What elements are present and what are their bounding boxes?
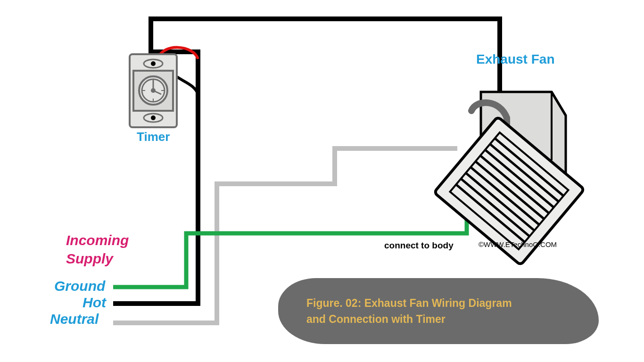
exhaust-fan-label: Exhaust Fan xyxy=(476,52,554,67)
timer-switch xyxy=(130,54,177,127)
incoming-line1: Incoming xyxy=(66,232,129,248)
hot-label: Hot xyxy=(83,295,106,311)
incoming-line2: Supply xyxy=(66,251,113,266)
svg-point-2 xyxy=(151,61,156,66)
figure-caption-box: Figure. 02: Exhaust Fan Wiring Diagram a… xyxy=(278,278,599,344)
neutral-label: Neutral xyxy=(50,311,99,327)
timer-label: Timer xyxy=(137,130,170,144)
incoming-supply-label: Incoming Supply xyxy=(66,231,129,268)
svg-point-4 xyxy=(151,115,156,120)
caption-line2: and Connection with Timer xyxy=(306,313,446,325)
connect-to-body-label: connect to body xyxy=(384,240,454,251)
watermark: ©WWW.ETechnoG.COM xyxy=(479,240,557,248)
exhaust-fan xyxy=(434,92,585,265)
figure-caption: Figure. 02: Exhaust Fan Wiring Diagram a… xyxy=(306,295,512,328)
ground-label: Ground xyxy=(54,278,105,294)
caption-line1: Figure. 02: Exhaust Fan Wiring Diagram xyxy=(306,297,512,309)
